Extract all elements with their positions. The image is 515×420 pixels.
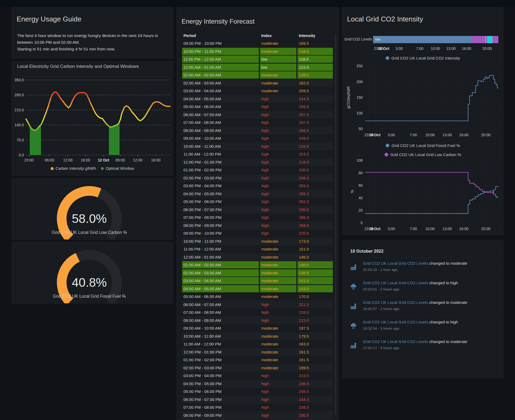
cell-period: 11:00 PM - 12:00 AM xyxy=(182,247,259,251)
svg-text:70.0: 70.0 xyxy=(17,138,24,142)
low-carbon-gauge: 58.0%Grid CO2 UK Local Grid Low Carbon % xyxy=(12,178,173,240)
cell-index: high xyxy=(260,168,296,172)
cell-intensity: 268.5 xyxy=(297,223,333,228)
cell-index: high xyxy=(260,397,296,402)
event-series-link[interactable]: Grid CO2 UK Local Grid CO2 Levels xyxy=(363,261,428,266)
cell-index: moderate xyxy=(260,269,296,277)
event-series-link[interactable]: Grid CO2 UK Local Grid CO2 Levels xyxy=(363,339,428,344)
svg-text:Grid CO2 UK Local Grid Low Car: Grid CO2 UK Local Grid Low Carbon % xyxy=(52,230,127,235)
cell-intensity: 118.5 xyxy=(297,56,333,63)
cell-index: moderate xyxy=(260,247,296,251)
panel-carbon-intensity-chart: Local Electricity Grid Carbon Intensity … xyxy=(12,61,173,176)
svg-text:58.0%: 58.0% xyxy=(72,212,107,226)
cell-index: high xyxy=(260,160,296,164)
svg-text:250: 250 xyxy=(356,64,363,68)
svg-text:3:00: 3:00 xyxy=(388,227,395,231)
forecast-row: 02:00 PM - 03:00 PMmoderate199.5 xyxy=(182,364,333,372)
event-change-text: changed to moderate xyxy=(428,300,467,305)
cell-intensity: 197.5 xyxy=(297,326,333,330)
legend-item-fossil-fuel[interactable]: Grid CO2 UK Local Grid Fossil Fuel % xyxy=(385,143,460,148)
cell-period: 07:00 PM - 08:00 PM xyxy=(182,215,259,220)
forecast-row: 10:00 AM - 11:00 AMhigh233.5 xyxy=(182,142,333,150)
event-series-link[interactable]: Grid CO2 UK Local Grid CO2 Levels xyxy=(363,320,428,324)
event-title: Grid CO2 UK Local Grid CO2 Levels change… xyxy=(363,300,467,305)
cell-period: 01:00 AM - 02:00 AM xyxy=(182,71,259,79)
event-change-text: changed to moderate xyxy=(428,261,467,266)
cell-index: moderate xyxy=(260,334,296,338)
svg-text:350.0: 350.0 xyxy=(14,78,24,82)
carbon-intensity-chart: 0.070.0140.0210.0280.0350.023:0006:0012:… xyxy=(12,61,173,176)
forecast-row: 05:00 PM - 06:00 PMhigh292.0 xyxy=(182,198,333,206)
svg-text:280.0: 280.0 xyxy=(14,93,24,97)
cell-index: low xyxy=(260,64,296,71)
forecast-table-scrollbar[interactable] xyxy=(335,34,336,415)
cell-index: moderate xyxy=(260,261,296,268)
cell-intensity: 221.5 xyxy=(297,302,333,307)
cell-index: high xyxy=(260,231,296,235)
cell-period: 09:00 AM - 10:00 AM xyxy=(182,326,259,330)
panel-title-energy-intensity-forecast[interactable]: Energy Intensity Forecast xyxy=(182,18,255,25)
forecast-row: 08:00 PM - 09:00 PMhigh230.5 xyxy=(182,411,333,419)
cell-period: 06:00 PM - 07:00 PM xyxy=(182,207,259,212)
forecast-row: 09:00 AM - 10:00 AMhigh249.0 xyxy=(182,134,333,142)
cell-period: 05:00 AM - 06:00 AM xyxy=(182,294,259,299)
cell-index: moderate xyxy=(260,294,296,299)
forecast-row: 05:00 PM - 06:00 PMhigh246.0 xyxy=(182,388,333,396)
legend-series-circle-icon xyxy=(384,153,388,157)
cell-period: 11:00 AM - 12:00 PM xyxy=(182,152,259,156)
event-series-link[interactable]: Grid CO2 UK Local Grid CO2 Levels xyxy=(363,300,428,305)
cell-period: 01:00 AM - 02:00 AM xyxy=(182,261,259,268)
low-carbon-legend: Grid CO2 UK Local Grid Low Carbon % xyxy=(342,152,503,157)
svg-text:20:00: 20:00 xyxy=(481,227,490,231)
svg-text:%: % xyxy=(350,190,354,193)
cell-intensity: 141.0 xyxy=(297,277,333,284)
cell-intensity: 292.0 xyxy=(297,199,333,204)
forecast-row: 04:00 AM - 05:00 AMhigh244.5 xyxy=(182,95,333,103)
legend-label: Grid CO2 UK Local Grid Low Carbon % xyxy=(390,152,461,157)
cell-intensity: 161.5 xyxy=(297,350,333,354)
forecast-row: 06:00 PM - 07:00 PMhigh244.5 xyxy=(182,396,333,404)
cell-period: 02:00 AM - 03:00 AM xyxy=(182,269,259,277)
cell-period: 04:00 PM - 05:00 PM xyxy=(182,381,259,386)
panel-title-energy-usage-guide[interactable]: Energy Usage Guide xyxy=(17,15,81,23)
cell-index: moderate xyxy=(260,41,296,46)
svg-text:80: 80 xyxy=(358,171,363,175)
cell-intensity: 236.5 xyxy=(297,381,333,386)
cell-intensity: 122.0 xyxy=(297,64,333,71)
cell-index: moderate xyxy=(260,358,296,362)
cell-period: 08:00 PM - 09:00 PM xyxy=(182,223,259,228)
forecast-row: 08:00 PM - 09:00 PMhigh268.5 xyxy=(182,222,333,230)
cell-period: 10:00 PM - 11:00 PM xyxy=(182,48,259,55)
cell-intensity: 134.5 xyxy=(297,48,333,55)
cell-intensity: 297.0 xyxy=(297,112,333,117)
cell-index: low xyxy=(260,56,296,63)
cell-index: moderate xyxy=(260,326,296,330)
fossil-fuel-legend: Grid CO2 UK Local Grid Fossil Fuel % xyxy=(342,143,503,148)
svg-text:20:00: 20:00 xyxy=(481,133,490,137)
forecast-row: 07:00 AM - 08:00 AMhigh287.5 xyxy=(182,119,333,127)
cell-index: moderate xyxy=(260,342,296,346)
cell-intensity: 219.5 xyxy=(297,373,333,378)
forecast-row: 07:00 AM - 08:00 AMhigh228.0 xyxy=(182,308,333,316)
cell-period: 09:00 PM - 10:00 PM xyxy=(182,231,259,235)
cell-intensity: 288.5 xyxy=(297,104,333,109)
cell-intensity: 199.5 xyxy=(297,366,333,370)
legend-item-carbon-intensity[interactable]: Carbon Intensity g/kWh xyxy=(51,166,96,171)
svg-text:12:00: 12:00 xyxy=(133,158,142,162)
rain-cloud-icon xyxy=(350,283,357,290)
cell-intensity: 285.5 xyxy=(297,191,333,196)
forecast-row: 10:00 PM - 11:00 PMmoderate173.5 xyxy=(182,237,333,245)
fossil-fuel-gauge: 40.8%Grid CO2 UK Local Grid Fossil Fuel … xyxy=(12,242,173,304)
cell-intensity: 230.0 xyxy=(297,168,333,172)
event-series-link[interactable]: Grid CO2 UK Local Grid CO2 Levels xyxy=(363,281,428,285)
cell-intensity: 179.5 xyxy=(297,334,333,338)
legend-item-low-carbon[interactable]: Grid CO2 UK Local Grid Low Carbon % xyxy=(384,152,461,157)
events-date-heading: 10 October 2022 xyxy=(350,249,384,254)
forecast-row: 08:00 AM - 09:00 AMhigh266.5 xyxy=(182,127,333,135)
legend-label: Optimal Window xyxy=(106,166,134,171)
forecast-row: 09:00 AM - 10:00 AMmoderate197.5 xyxy=(182,324,333,332)
legend-label: Grid CO2 UK Local Grid Fossil Fuel % xyxy=(391,143,460,148)
svg-text:100: 100 xyxy=(356,158,363,163)
cell-period: 08:00 PM - 09:00 PM xyxy=(182,413,259,418)
legend-item-optimal-window[interactable]: Optimal Window xyxy=(101,166,134,171)
